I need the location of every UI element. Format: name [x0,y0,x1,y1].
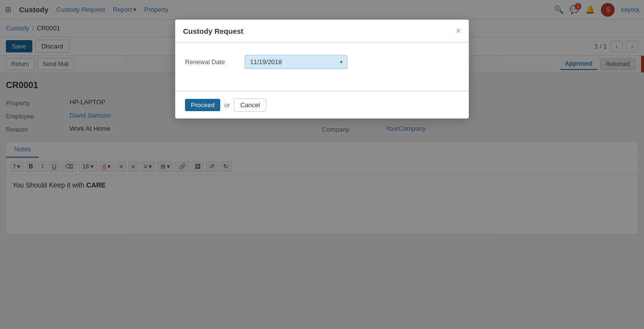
modal-overlay: Custody Request × Renewal Date 11/19/201… [0,0,644,268]
proceed-button[interactable]: Proceed [185,99,220,111]
renewal-date-label: Renewal Date [185,58,239,66]
custody-request-modal: Custody Request × Renewal Date 11/19/201… [175,20,469,118]
modal-body: Renewal Date 11/19/2018 [175,43,469,91]
modal-footer: Proceed or Cancel [175,91,469,118]
modal-title: Custody Request [183,27,243,35]
or-label: or [224,101,230,109]
renewal-date-select[interactable]: 11/19/2018 [245,55,347,69]
cancel-button[interactable]: Cancel [234,98,266,112]
modal-header: Custody Request × [175,20,469,43]
modal-close-button[interactable]: × [456,26,461,35]
renewal-date-wrapper[interactable]: 11/19/2018 [245,55,347,69]
renewal-date-row: Renewal Date 11/19/2018 [185,55,459,69]
